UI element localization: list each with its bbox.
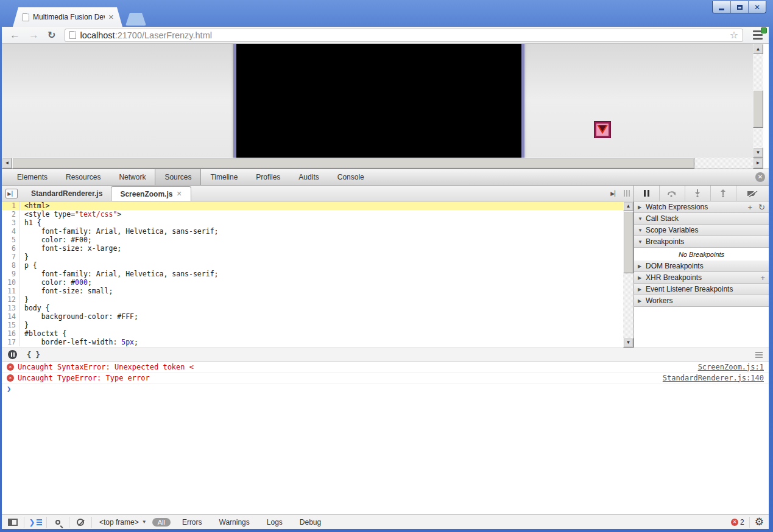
source-line[interactable]: 9 font-family: Arial, Helvetica, sans-se… bbox=[2, 270, 634, 278]
console-source-link[interactable]: ScreenZoom.js:1 bbox=[698, 363, 764, 371]
step-out-button[interactable] bbox=[711, 186, 736, 201]
source-line[interactable]: 17 border-left-width: 5px; bbox=[2, 338, 634, 346]
line-number: 10 bbox=[2, 278, 20, 287]
line-number: 12 bbox=[2, 295, 20, 304]
source-editor[interactable]: 1<html>2<style type="text/css">3h1 {4 fo… bbox=[2, 201, 634, 348]
source-line[interactable]: 1<html> bbox=[2, 201, 634, 210]
sidebar-section-dom-breakpoints[interactable]: ▶DOM Breakpoints bbox=[634, 261, 769, 272]
sidebar-section-call-stack[interactable]: ▼Call Stack bbox=[634, 213, 769, 225]
reload-button[interactable]: ↻ bbox=[43, 30, 60, 40]
scroll-down-icon[interactable]: ▼ bbox=[753, 147, 763, 158]
source-line[interactable]: 8p { bbox=[2, 261, 634, 270]
console-prompt-row[interactable]: ❯ bbox=[2, 383, 769, 394]
devtools-tab-resources[interactable]: Resources bbox=[57, 169, 110, 185]
url-bar[interactable]: localhost :21700/LaserFrenzy.html ☆ bbox=[65, 29, 743, 42]
source-line[interactable]: 11 font-size: small; bbox=[2, 287, 634, 295]
console-source-link[interactable]: StandardRenderer.js:140 bbox=[663, 374, 764, 382]
pretty-print-button[interactable]: { } bbox=[27, 351, 40, 359]
error-count-badge[interactable]: ✕ 2 bbox=[731, 518, 744, 527]
step-over-button[interactable] bbox=[660, 186, 685, 201]
drawer-menu-icon[interactable] bbox=[755, 352, 763, 358]
devtools-tab-audits[interactable]: Audits bbox=[289, 169, 328, 185]
show-navigator-icon[interactable]: ▶▏ bbox=[5, 189, 18, 198]
console-filter-logs[interactable]: Logs bbox=[261, 517, 288, 527]
game-sprite[interactable] bbox=[594, 121, 611, 138]
devtools-tab-network[interactable]: Network bbox=[110, 169, 155, 185]
scroll-down-icon[interactable]: ▼ bbox=[623, 338, 634, 348]
sidebar-section-breakpoints[interactable]: ▼Breakpoints bbox=[634, 236, 769, 248]
sprite-triangle-icon bbox=[596, 124, 609, 136]
source-line[interactable]: 16#bloctxt { bbox=[2, 329, 634, 338]
source-line[interactable]: 13body { bbox=[2, 304, 634, 312]
sidebar-section-watch-expressions[interactable]: ▶Watch Expressions+↻ bbox=[634, 201, 769, 213]
dock-icon bbox=[8, 519, 18, 526]
add-icon[interactable]: + bbox=[748, 203, 753, 211]
source-line[interactable]: 4 font-family: Arial, Helvetica, sans-se… bbox=[2, 227, 634, 236]
chrome-menu-button[interactable] bbox=[750, 29, 765, 42]
sidebar-section-event-listener-breakpoints[interactable]: ▶Event Listener Breakpoints bbox=[634, 284, 769, 295]
refresh-icon[interactable]: ↻ bbox=[758, 203, 765, 211]
dock-side-button[interactable] bbox=[7, 517, 19, 528]
file-tab-close-icon[interactable]: ✕ bbox=[176, 190, 182, 198]
show-drawer-icon[interactable]: ▶▏ bbox=[610, 191, 619, 197]
game-canvas[interactable] bbox=[233, 44, 524, 169]
console-filter-debug[interactable]: Debug bbox=[294, 517, 326, 527]
editor-scrollbar[interactable]: ▲ ▼ bbox=[623, 201, 634, 348]
file-tab-screenzoom-js[interactable]: ScreenZoom.js✕ bbox=[111, 186, 191, 201]
source-line[interactable]: 3h1 { bbox=[2, 219, 634, 227]
add-icon[interactable]: + bbox=[760, 274, 765, 282]
devtools-tab-sources[interactable]: Sources bbox=[155, 169, 201, 185]
minimize-button[interactable] bbox=[713, 1, 730, 13]
browser-tab[interactable]: Multimedia Fusion Developer ✕ bbox=[13, 7, 122, 27]
deactivate-breakpoints-button[interactable] bbox=[736, 186, 769, 201]
panel-grip-icon[interactable] bbox=[624, 190, 630, 197]
bookmark-star-icon[interactable]: ☆ bbox=[730, 30, 738, 40]
source-line[interactable]: 12} bbox=[2, 295, 634, 304]
back-button[interactable]: ← bbox=[5, 30, 24, 40]
console-filter-warnings[interactable]: Warnings bbox=[214, 517, 255, 527]
devtools-tab-elements[interactable]: Elements bbox=[8, 169, 57, 185]
pause-on-exceptions-button[interactable] bbox=[8, 350, 17, 359]
console-filter-errors[interactable]: Errors bbox=[177, 517, 208, 527]
source-line[interactable]: 15} bbox=[2, 321, 634, 329]
source-line[interactable]: 5 color: #F00; bbox=[2, 236, 634, 244]
source-line[interactable]: 7} bbox=[2, 253, 634, 261]
source-line[interactable]: 6 font-size: x-large; bbox=[2, 244, 634, 253]
scrollbar-thumb[interactable] bbox=[12, 158, 694, 169]
scrollbar-thumb[interactable] bbox=[753, 90, 763, 128]
clear-console-button[interactable] bbox=[74, 517, 86, 528]
source-line[interactable]: 2<style type="text/css"> bbox=[2, 210, 634, 219]
console-message[interactable]: ✕Uncaught TypeError: Type errorStandardR… bbox=[2, 373, 769, 383]
scroll-up-icon[interactable]: ▲ bbox=[753, 44, 763, 54]
sidebar-section-workers[interactable]: ▶Workers bbox=[634, 295, 769, 307]
search-button[interactable] bbox=[52, 517, 64, 528]
page-vertical-scrollbar[interactable]: ▲ ▼ bbox=[753, 44, 763, 158]
source-line[interactable]: 14 background-color: #FFF; bbox=[2, 312, 634, 321]
devtools-tab-timeline[interactable]: Timeline bbox=[201, 169, 247, 185]
forward-button[interactable]: → bbox=[24, 30, 43, 40]
new-tab-button[interactable] bbox=[125, 13, 146, 26]
scroll-up-icon[interactable]: ▲ bbox=[623, 201, 634, 211]
close-button[interactable]: ✕ bbox=[748, 1, 766, 13]
scrollbar-thumb[interactable] bbox=[623, 211, 634, 273]
line-code: h1 { bbox=[20, 219, 41, 227]
tab-close-icon[interactable]: ✕ bbox=[108, 13, 114, 21]
scroll-right-icon[interactable]: ► bbox=[753, 158, 763, 169]
pause-script-button[interactable] bbox=[634, 186, 660, 201]
step-into-button[interactable] bbox=[685, 186, 711, 201]
scroll-left-icon[interactable]: ◄ bbox=[2, 158, 12, 169]
console-message[interactable]: ✕Uncaught SyntaxError: Unexpected token … bbox=[2, 362, 769, 373]
maximize-button[interactable] bbox=[730, 1, 748, 13]
devtools-close-button[interactable]: ✕ bbox=[755, 172, 765, 182]
file-tab-standardrenderer-js[interactable]: StandardRenderer.js bbox=[23, 186, 111, 201]
frame-selector[interactable]: <top frame> ▼ bbox=[99, 518, 147, 527]
source-line[interactable]: 10 color: #000; bbox=[2, 278, 634, 287]
sidebar-section-scope-variables[interactable]: ▼Scope Variables bbox=[634, 225, 769, 236]
page-horizontal-scrollbar[interactable]: ◄ ► bbox=[2, 158, 763, 169]
console-filter-all[interactable]: All bbox=[152, 518, 171, 527]
devtools-tab-console[interactable]: Console bbox=[328, 169, 373, 185]
sidebar-section-xhr-breakpoints[interactable]: ▶XHR Breakpoints+ bbox=[634, 272, 769, 284]
show-console-button[interactable]: ❯ bbox=[29, 517, 41, 528]
devtools-tab-profiles[interactable]: Profiles bbox=[247, 169, 289, 185]
settings-gear-icon[interactable]: ⚙ bbox=[755, 517, 764, 527]
